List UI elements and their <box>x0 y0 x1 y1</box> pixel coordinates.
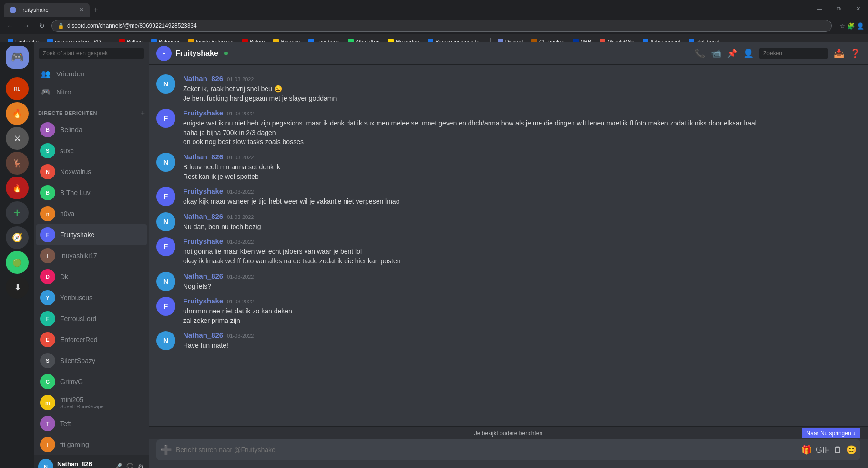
dm-item-b-the-luv[interactable]: B B The Luv <box>36 182 147 203</box>
server-icon-2[interactable]: 🔥 <box>6 102 29 125</box>
dm-name-area: Noxwalrus <box>60 168 91 176</box>
chat-search-input[interactable] <box>759 48 828 59</box>
dm-avatar: n <box>40 206 55 221</box>
dm-item-inuyashiki17[interactable]: I Inuyashiki17 <box>36 245 147 266</box>
message-text: Nog iets? <box>183 282 860 291</box>
message-author: Nathan_826 <box>183 272 223 280</box>
browser-chrome: Fruityshake ✕ + — ⧉ ✕ ← → ↻ 🔒 discord.co… <box>0 0 868 42</box>
dm-search-input[interactable] <box>39 48 144 59</box>
dm-item-teft[interactable]: T Teft <box>36 413 147 434</box>
message-header: Fruityshake 01-03-2022 <box>183 109 860 117</box>
dm-item-yenbuscus[interactable]: Y Yenbuscus <box>36 287 147 308</box>
server-icon-discord[interactable]: 🎮 <box>6 46 29 69</box>
message-text: uhmmm nee niet dat ik zo kan dekenzal ze… <box>183 307 860 325</box>
message-content: Fruityshake 01-03-2022 okay kijk maar wa… <box>183 187 860 207</box>
dm-item-ferrouslord[interactable]: F FerrousLord <box>36 308 147 329</box>
message-line: enigste wat ik nu niet heb zijn pegasion… <box>183 119 860 128</box>
older-messages-bar[interactable]: Je bekijkt oudere berichten Naar Nu spri… <box>149 426 868 439</box>
dm-name-area: Yenbuscus <box>60 294 92 302</box>
dm-item-belinda[interactable]: B Belinda <box>36 119 147 140</box>
gif-button[interactable]: GIF <box>816 445 830 455</box>
message-line: Have fun mate! <box>183 341 860 351</box>
maximize-button[interactable]: ⧉ <box>829 0 848 17</box>
dm-add-button[interactable]: + <box>141 109 145 117</box>
new-tab-button[interactable]: + <box>90 3 102 17</box>
address-bar[interactable]: 🔒 discord.com/channels/@me/8069922149285… <box>51 20 832 32</box>
server-icon-7[interactable]: ⬇ <box>6 276 29 299</box>
back-button[interactable]: ← <box>4 20 16 31</box>
dm-item-enforcerred[interactable]: E EnforcerRed <box>36 329 147 350</box>
message-content: Fruityshake 01-03-2022 not gonna lie maa… <box>183 237 860 266</box>
message-line: Je bent fucking hard gegaan met je slaye… <box>183 94 860 104</box>
message-text: enigste wat ik nu niet heb zijn pegasion… <box>183 119 860 147</box>
dm-avatar: B <box>40 185 55 200</box>
message-text: not gonna lie maar kben wel echt jaloers… <box>183 247 860 266</box>
close-button[interactable]: ✕ <box>848 0 868 17</box>
message-avatar: N <box>156 74 175 94</box>
message-input[interactable] <box>176 441 797 459</box>
server-icon-5[interactable]: 🔥 <box>6 177 29 199</box>
friends-icon: 👥 <box>40 68 51 79</box>
dm-name: EnforcerRed <box>60 336 98 343</box>
pin-messages-button[interactable]: 📌 <box>727 48 737 59</box>
current-user-avatar: N <box>38 459 53 468</box>
server-icon-1[interactable]: RL <box>6 77 29 100</box>
minimize-button[interactable]: — <box>809 0 829 17</box>
message-content: Nathan_826 01-03-2022 Nu dan, ben nu toc… <box>183 212 860 232</box>
dm-item-grimyg[interactable]: G GrimyG <box>36 371 147 392</box>
message-header: Fruityshake 01-03-2022 <box>183 237 860 245</box>
dm-item-fti-gaming[interactable]: f fti gaming <box>36 434 147 455</box>
attach-file-button[interactable]: ➕ <box>160 444 172 456</box>
message-header: Fruityshake 01-03-2022 <box>183 187 860 195</box>
dm-name-area: SilentSpazy <box>60 357 95 364</box>
dm-item-noxwalrus[interactable]: N Noxwalrus <box>36 161 147 182</box>
server-icon-4[interactable]: 🦌 <box>6 152 29 175</box>
message-content: Nathan_826 01-03-2022 Zeker ik, raak het… <box>183 74 860 103</box>
jump-to-present-button[interactable]: Naar Nu springen ↓ <box>802 428 860 438</box>
explore-servers-button[interactable]: 🧭 <box>6 226 29 249</box>
inbox-button[interactable]: 📥 <box>834 48 844 59</box>
settings-button[interactable]: ⚙ <box>137 462 145 468</box>
sticker-button[interactable]: 🗒 <box>834 445 842 455</box>
nav-nitro[interactable]: 🎮 Nitro <box>36 83 147 100</box>
dm-item-n0va[interactable]: n n0va <box>36 203 147 224</box>
dm-item-dk[interactable]: D Dk <box>36 266 147 287</box>
reload-button[interactable]: ↻ <box>36 20 48 31</box>
gift-button[interactable]: 🎁 <box>801 445 812 455</box>
bookmark-star-button[interactable]: ☆ <box>839 22 845 30</box>
dm-item-fruityshake[interactable]: F Fruityshake <box>36 224 147 245</box>
server-icon-6[interactable]: 🟢 <box>6 251 29 274</box>
add-friend-button[interactable]: 👤 <box>743 48 754 59</box>
message-author: Nathan_826 <box>183 74 223 83</box>
header-actions: 📞 📹 📌 👤 📥 ❓ <box>694 48 860 59</box>
dm-item-silentspazy[interactable]: S SilentSpazy <box>36 350 147 371</box>
mute-button[interactable]: 🎤 <box>113 462 123 468</box>
server-icon-3[interactable]: ⚔ <box>6 127 29 150</box>
message-author: Nathan_826 <box>183 153 223 161</box>
dm-search-area[interactable] <box>34 42 149 65</box>
jump-label: Naar Nu springen <box>807 430 851 437</box>
dm-item-suxc[interactable]: S suxc <box>36 140 147 161</box>
message-avatar: F <box>156 297 175 316</box>
forward-button[interactable]: → <box>20 20 32 31</box>
discord-logo-icon: 🎮 <box>11 51 24 63</box>
emoji-button[interactable]: 😊 <box>846 445 857 455</box>
nav-friends[interactable]: 👥 Vrienden <box>36 65 147 82</box>
dm-avatar: T <box>40 416 55 431</box>
help-button[interactable]: ❓ <box>850 48 860 59</box>
video-call-button[interactable]: 📹 <box>711 48 721 59</box>
deafen-button[interactable]: 🎧 <box>125 462 135 468</box>
discord-app: 🎮 RL 🔥 ⚔ 🦌 🔥 + 🧭 🟢 ⬇ 👥 Vrienden 🎮 Nitro … <box>0 42 868 468</box>
message-content: Nathan_826 01-03-2022 B luuv heeft mn ar… <box>183 153 860 181</box>
message-avatar: F <box>156 187 175 206</box>
message-text: B luuv heeft mn arma set denk ikRest kan… <box>183 163 860 181</box>
active-tab[interactable]: Fruityshake ✕ <box>4 3 90 17</box>
dm-item-mini205[interactable]: m mini205 Speelt RuneScape <box>36 392 147 413</box>
tab-close-button[interactable]: ✕ <box>79 7 84 13</box>
add-server-button[interactable]: + <box>6 201 29 224</box>
message-header: Nathan_826 01-03-2022 <box>183 331 860 339</box>
extensions-button[interactable]: 🧩 <box>847 22 855 30</box>
phone-call-button[interactable]: 📞 <box>694 48 705 59</box>
profile-button[interactable]: 👤 <box>857 22 864 30</box>
dm-avatar: F <box>40 227 55 242</box>
